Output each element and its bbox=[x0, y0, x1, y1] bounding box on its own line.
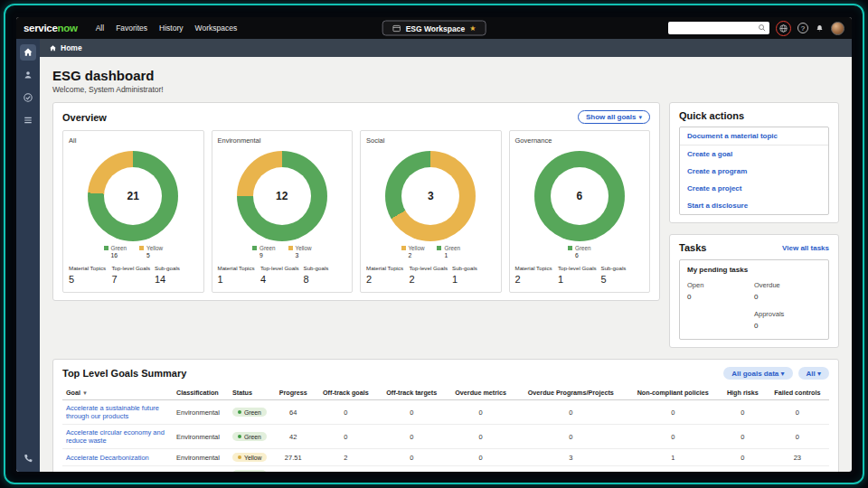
sort-icon: ▼ bbox=[82, 390, 88, 396]
donut-chart-environmental[interactable]: 12 bbox=[237, 151, 327, 241]
sidebar-phone-icon[interactable] bbox=[20, 450, 36, 466]
tasks-header: Tasks View all tasks bbox=[679, 242, 829, 253]
metric-cell: 1 bbox=[627, 449, 720, 466]
nav-item-all[interactable]: All bbox=[96, 23, 104, 33]
stat-material-topics: Material Topics5 bbox=[69, 265, 112, 285]
goal-link[interactable]: Accelerate a sustainable future through … bbox=[62, 400, 173, 425]
sidebar-home-icon[interactable] bbox=[20, 44, 36, 61]
servicenow-logo[interactable]: servicenow bbox=[24, 23, 78, 33]
goal-link[interactable]: Act with integrity bbox=[62, 466, 173, 473]
goals-col-header[interactable]: Status bbox=[229, 386, 272, 400]
all-goals-data-button[interactable]: All goals data ▾ bbox=[723, 367, 792, 380]
donut-chart-social[interactable]: 3 bbox=[385, 151, 476, 241]
all-filter-button[interactable]: All ▾ bbox=[798, 367, 829, 380]
page-title: ESG dashboard bbox=[52, 68, 839, 83]
donut-stats: Material Topics2Top-level Goals2Sub-goal… bbox=[366, 265, 495, 285]
legend-item: Yellow2 bbox=[401, 245, 425, 258]
stat-value: 5 bbox=[601, 274, 643, 285]
metric-cell: 0 bbox=[377, 466, 446, 473]
goals-col-header[interactable]: High risks bbox=[720, 386, 766, 400]
logo-prefix: service bbox=[24, 23, 58, 33]
metric-cell: 0 bbox=[766, 425, 829, 449]
workspace-pill[interactable]: ESG Workspace ★ bbox=[382, 21, 486, 36]
sidebar-list-icon[interactable] bbox=[20, 112, 36, 128]
tasks-approvals-cell[interactable]: Approvals0 bbox=[754, 310, 821, 330]
notifications-bell-icon[interactable] bbox=[815, 23, 825, 33]
search-input[interactable] bbox=[671, 23, 758, 33]
metric-cell: 0 bbox=[446, 400, 515, 425]
legend-label: Green bbox=[111, 245, 127, 251]
quick-actions-card: Quick actions Document a material topicC… bbox=[669, 102, 839, 223]
stat-value: 2 bbox=[410, 274, 451, 285]
goal-link[interactable]: Accelerate circular economy and reduce w… bbox=[62, 425, 173, 449]
goals-col-header[interactable]: Progress bbox=[272, 386, 315, 400]
goal-link[interactable]: Accelerate Decarbonization bbox=[62, 449, 173, 466]
status-badge: Green bbox=[232, 432, 267, 441]
top-row: Overview Show all goals▾ All21Green16Yel… bbox=[52, 102, 839, 348]
overview-header: Overview Show all goals▾ bbox=[62, 110, 650, 124]
goals-col-header[interactable]: Failed controls bbox=[766, 386, 829, 400]
metric-cell: 0 bbox=[720, 400, 766, 425]
stat-label: Top-level Goals bbox=[558, 265, 599, 271]
favorite-star-icon[interactable]: ★ bbox=[469, 24, 476, 33]
goals-col-header[interactable]: Overdue metrics bbox=[446, 386, 515, 400]
stat-value: 4 bbox=[260, 274, 302, 285]
nav-item-history[interactable]: History bbox=[159, 23, 183, 33]
quick-action-link[interactable]: Create a goal bbox=[680, 145, 828, 163]
donut-card-title: Environmental bbox=[218, 136, 347, 145]
quick-action-link[interactable]: Create a project bbox=[680, 180, 828, 197]
donut-stats: Material Topics1Top-level Goals4Sub-goal… bbox=[218, 265, 347, 285]
status-cell: Green bbox=[229, 466, 272, 473]
quick-action-link[interactable]: Start a disclosure bbox=[680, 197, 828, 214]
stat-label: Material Topics bbox=[218, 265, 259, 271]
goals-col-header[interactable]: Off-track targets bbox=[377, 386, 446, 400]
stat-value: 1 bbox=[452, 274, 494, 285]
metric-cell: 23 bbox=[766, 449, 829, 466]
globe-icon[interactable] bbox=[776, 21, 791, 36]
tasks-overdue-cell[interactable]: Overdue0 bbox=[754, 281, 821, 301]
metric-cell: 0 bbox=[766, 466, 829, 473]
status-dot-icon bbox=[238, 410, 241, 414]
classification-cell: Governance bbox=[173, 466, 229, 473]
goals-col-header[interactable]: Goal▼ bbox=[62, 386, 173, 400]
legend-label: Yellow bbox=[409, 245, 425, 251]
donut-chart-governance[interactable]: 6 bbox=[534, 151, 625, 241]
help-icon[interactable]: ? bbox=[797, 23, 808, 33]
nav-item-workspaces[interactable]: Workspaces bbox=[195, 23, 238, 33]
donut-chart-all[interactable]: 21 bbox=[88, 151, 178, 241]
nav-item-favorites[interactable]: Favorites bbox=[116, 23, 147, 33]
goals-col-header[interactable]: Classification bbox=[173, 386, 229, 400]
donut-card-governance: Governance6Green6Material Topics2Top-lev… bbox=[509, 130, 651, 293]
page-subtitle: Welcome, System Administrator! bbox=[52, 85, 839, 94]
goals-col-header[interactable]: Non-compliant policies bbox=[627, 386, 720, 400]
show-all-goals-button[interactable]: Show all goals▾ bbox=[578, 110, 650, 124]
workspace-icon bbox=[392, 23, 401, 33]
metric-cell: 3 bbox=[515, 449, 626, 466]
view-all-tasks-link[interactable]: View all tasks bbox=[782, 244, 829, 252]
goals-col-header[interactable]: Overdue Programs/Projects bbox=[515, 386, 626, 400]
sidebar-check-circle-icon[interactable] bbox=[20, 89, 36, 106]
donut-stats: Material Topics2Top-level Goals1Sub-goal… bbox=[515, 265, 645, 285]
legend-swatch-green bbox=[104, 246, 108, 250]
goals-table: Goal▼ClassificationStatusProgressOff-tra… bbox=[62, 386, 829, 472]
quick-action-link[interactable]: Create a program bbox=[680, 163, 828, 180]
user-avatar[interactable] bbox=[831, 22, 844, 35]
metric-cell: 0 bbox=[515, 400, 626, 425]
goals-table-row: Act with integrityGovernanceGreen57.8000… bbox=[62, 466, 829, 473]
tasks-open-cell[interactable]: Open0 bbox=[687, 281, 754, 301]
sidebar-agent-icon[interactable] bbox=[20, 67, 36, 83]
status-cell: Green bbox=[229, 425, 272, 449]
classification-cell: Environmental bbox=[173, 400, 229, 425]
quick-action-link[interactable]: Document a material topic bbox=[680, 127, 828, 145]
goals-col-header[interactable]: Off-track goals bbox=[315, 386, 378, 400]
home-icon[interactable] bbox=[49, 44, 57, 52]
search-icon[interactable] bbox=[758, 23, 767, 33]
search-box[interactable] bbox=[668, 22, 769, 34]
right-column: Quick actions Document a material topicC… bbox=[669, 102, 839, 348]
legend-swatch-yellow bbox=[288, 246, 293, 250]
breadcrumb-home[interactable]: Home bbox=[61, 43, 82, 52]
donut-card-title: All bbox=[69, 136, 198, 145]
legend-item: Green1 bbox=[437, 245, 460, 258]
metric-cell: 57.8 bbox=[272, 466, 315, 473]
donut-card-title: Social bbox=[366, 136, 495, 145]
